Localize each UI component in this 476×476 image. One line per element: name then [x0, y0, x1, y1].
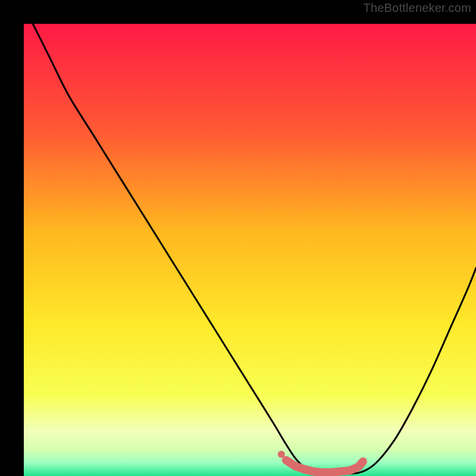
plot-area: [24, 24, 476, 476]
chart-frame: [12, 12, 464, 464]
heat-gradient: [24, 24, 476, 476]
watermark-text: TheBottleneker.com: [364, 1, 471, 15]
svg-rect-0: [24, 24, 476, 476]
